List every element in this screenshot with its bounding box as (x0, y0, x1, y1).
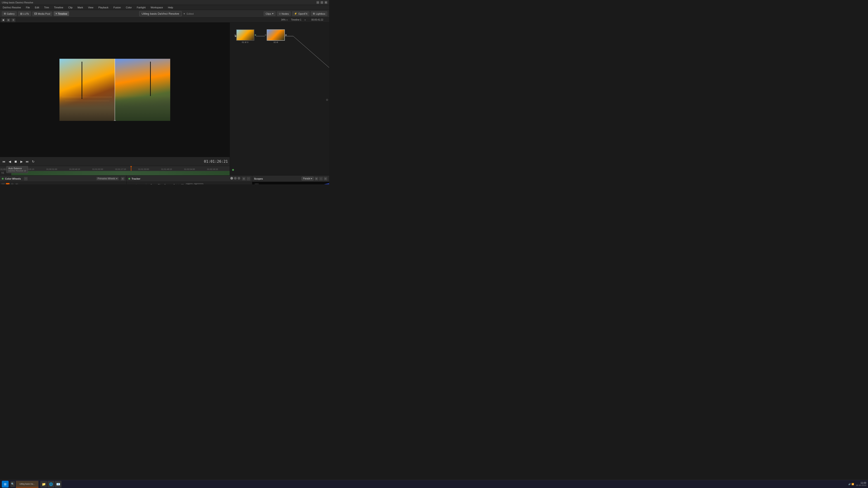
auto-balance-sub: DaVinci Resolve 16 (8, 170, 26, 172)
node-edge-dot (326, 99, 328, 101)
openfx-btn[interactable]: ⚡ OpenFX (292, 11, 309, 16)
tracker-go-end[interactable]: ⏭ (142, 184, 144, 185)
video-track: V1 (0, 171, 230, 175)
openfx-label: OpenFX (298, 12, 307, 15)
auto-balance-icon[interactable]: A (6, 183, 9, 185)
tracker-options[interactable]: ⋯ (247, 177, 250, 181)
transport-begin[interactable]: ⏮ (2, 160, 6, 164)
transport-prev[interactable]: ◀ (8, 160, 12, 164)
menu-timeline[interactable]: Timeline (53, 6, 64, 9)
primaries-dropdown[interactable]: ▾ (116, 177, 117, 180)
track-label: V1 (0, 171, 5, 175)
tracker-play[interactable]: ▶ (138, 184, 141, 185)
menu-view[interactable]: View (87, 6, 94, 9)
transport-end[interactable]: ⏭ (25, 160, 29, 164)
auto-balance-label: Auto Balance (8, 167, 26, 170)
dropdown-icon[interactable]: ▾ (184, 12, 185, 15)
node-thumbnail-01[interactable] (236, 29, 254, 41)
tracker-frame-btn[interactable]: Frame (194, 183, 204, 184)
circle-btn-2[interactable]: 2 (15, 183, 19, 185)
node-01[interactable]: 01 id ⊙ (235, 29, 256, 43)
timeline-btn[interactable]: ⌖ Timeline (54, 11, 69, 16)
node-label-02: 02 id (274, 41, 278, 43)
primaries-selector[interactable]: Primaries Wheels ▾ (96, 177, 119, 180)
tracker-panel: Tracker ⊞ ⋯ ⏮ ◀ ⏸ ▶ ⏭ ✓ Pan ✓ (127, 175, 252, 184)
menu-playback[interactable]: Playback (97, 6, 110, 9)
rotate-label: Rotate (174, 184, 180, 184)
zoom-display[interactable]: 34% (281, 19, 285, 22)
node-thumbnail-02[interactable] (267, 29, 285, 41)
transport-loop[interactable]: ↻ (31, 160, 35, 164)
tracker-pan-check[interactable]: ✓ Pan (148, 184, 155, 184)
transform-btn[interactable]: ✣ (11, 18, 16, 22)
tracker-dot-1 (230, 177, 233, 180)
tilt-checkmark: ✓ (156, 184, 157, 184)
close-btn[interactable]: ✕ (324, 1, 327, 4)
lightbox-btn[interactable]: ⊞ Lightbox (311, 11, 327, 16)
scopes-tool-3[interactable]: ⊟ (324, 177, 327, 181)
menu-mark[interactable]: Mark (76, 6, 84, 9)
auto-balance-tooltip: Auto Balance DaVinci Resolve 16 (6, 166, 28, 173)
tracker-menu[interactable]: ⊞ (242, 177, 246, 181)
tracker-pause[interactable]: ⏸ (135, 184, 138, 185)
tracker-clip-btn[interactable]: Clip (186, 183, 193, 184)
tracker-zoom-check[interactable]: ✓ Zoom (162, 184, 170, 184)
menu-edit[interactable]: Edit (34, 6, 40, 9)
timeline-playhead[interactable] (131, 166, 131, 171)
nodes-label: Nodes (282, 12, 289, 15)
tracker-3d-check[interactable]: 3D (181, 184, 184, 184)
tracker-tilt-check[interactable]: ✓ Tilt (156, 184, 161, 184)
minimize-btn[interactable]: ─ (316, 1, 319, 4)
scope-numbers: 1023 896 768 640 512 384 256 128 0 (252, 182, 259, 184)
transport-play[interactable]: ▶ (20, 160, 24, 164)
ruler-label-3: 01:00:46:15 (69, 168, 92, 171)
media-pool-btn[interactable]: 🎞 Media Pool (32, 11, 52, 16)
clips-btn[interactable]: Clips ▾ (264, 11, 275, 16)
stop-btn[interactable]: ⏹ (1, 18, 5, 22)
video-preview[interactable] (0, 23, 230, 157)
nodes-btn[interactable]: ◇ Nodes (277, 11, 291, 16)
parade-selector[interactable]: Parade ▾ (302, 177, 314, 181)
color-wheels-panel: Color Wheels ⋯ Primaries Wheels ▾ ⊞ + A … (0, 175, 127, 184)
menu-fusion[interactable]: Fusion (113, 6, 122, 9)
menu-clip[interactable]: Clip (67, 6, 73, 9)
luts-icon: ▤ (20, 12, 22, 15)
main-area: ⏮ ◀ ⏹ ▶ ⏭ ↻ 01:01:26:21 01:00:00:00 01:0… (0, 23, 329, 175)
pan-label: Pan (151, 184, 155, 184)
circle-btn[interactable]: 1 (10, 183, 14, 185)
menu-color[interactable]: Color (125, 6, 133, 9)
add-node-btn[interactable]: + (1, 183, 5, 185)
luts-btn[interactable]: ▤ LUTs (18, 11, 31, 16)
node-editor[interactable]: 01 id ⊙ 02 id (230, 23, 329, 175)
tracker-dot-2 (234, 177, 237, 180)
tracker-prev-frame[interactable]: ◀ (132, 184, 134, 185)
node-02[interactable]: 02 id (265, 29, 287, 43)
menu-fairlight[interactable]: Fairlight (136, 6, 147, 9)
grid-btn[interactable]: ⊞ (6, 18, 10, 22)
scopes-tool-2[interactable]: ↔ (319, 177, 323, 181)
color-wheels-menu[interactable]: ⋯ (24, 177, 28, 181)
scopes-tool-1[interactable]: ⊞ (315, 177, 318, 181)
wheels-more[interactable]: ⊞ (121, 177, 125, 181)
tracker-rotate-check[interactable]: ✓ Rotate (171, 184, 180, 184)
timeline-dropdown[interactable]: ▾ (305, 19, 306, 22)
menu-trim[interactable]: Trim (43, 6, 50, 9)
maximize-btn[interactable]: □ (320, 1, 323, 4)
tracker-go-start[interactable]: ⏮ (128, 184, 131, 185)
title-bar: Uitleg basis Davinci Resolve ─ □ ✕ (0, 0, 329, 5)
timeline-name[interactable]: Timeline 1 (291, 19, 301, 22)
tracker-title: Tracker (131, 177, 141, 180)
menu-davinci[interactable]: DaVinci Resolve (2, 6, 22, 9)
zoom-dropdown[interactable]: ▾ (286, 19, 288, 22)
transport-stop[interactable]: ⏹ (13, 160, 18, 164)
scopes-mode-dropdown[interactable]: ▾ (311, 177, 312, 180)
menu-file[interactable]: File (25, 6, 31, 9)
clips-label: Clips (266, 12, 271, 15)
ruler-label-9: 01:02:19:15 (207, 168, 230, 171)
clips-dropdown[interactable]: ▾ (272, 12, 274, 15)
primaries-label: Primaries Wheels (98, 177, 115, 180)
menu-workspace[interactable]: Workspace (150, 6, 164, 9)
gallery-btn[interactable]: ⊞ Gallery (2, 11, 17, 16)
project-name[interactable]: Uitleg basis DaVinci Resolve (139, 11, 182, 16)
menu-help[interactable]: Help (167, 6, 174, 9)
